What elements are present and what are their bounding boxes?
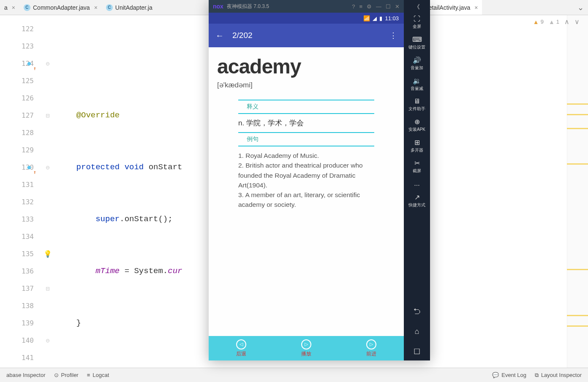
inspection-summary: ▲9 ▲1 ∧ ∨ xyxy=(533,18,580,26)
line-number: 126 xyxy=(0,89,34,107)
line-number: 140 xyxy=(0,332,34,349)
help-icon[interactable]: ? xyxy=(352,3,355,10)
line-number: 135 xyxy=(0,245,34,263)
fold-toggle-icon[interactable]: ⊖ xyxy=(42,55,53,72)
line-number: 123 xyxy=(0,38,34,55)
next-highlight-icon[interactable]: ∨ xyxy=(574,18,580,26)
prev-icon: ◁ xyxy=(236,339,246,349)
layout-inspector-tool[interactable]: ⧉Layout Inspector xyxy=(535,372,582,379)
file-helper-button[interactable]: 🖥文件助手 xyxy=(404,96,430,114)
screenshot-button[interactable]: ✂截屏 xyxy=(404,157,430,176)
sidebar-collapse-icon[interactable]: 《 xyxy=(414,3,420,11)
app-toolbar: ← 2/202 ⋮ xyxy=(209,24,404,47)
examples-header: 例句 xyxy=(217,133,395,146)
settings-icon[interactable]: ⚙ xyxy=(367,3,372,10)
shortcut-button[interactable]: ↗快捷方式 xyxy=(404,192,430,210)
emulator-sidebar: 《 ⛶全屏 ⌨键位设置 🔊音量加 🔉音量减 🖥文件助手 ⊕安装APK ⊞多开器 … xyxy=(404,0,430,360)
playback-footer: ◁后退 ▷播放 ▷前进 xyxy=(209,336,404,360)
fullscreen-button[interactable]: ⛶全屏 xyxy=(404,14,430,31)
line-number: 127 xyxy=(0,107,34,124)
line-number: 133 xyxy=(0,211,34,228)
word-detail-view: academy [ə'kædəmi] 释义 n. 学院，学术，学会 例句 1. … xyxy=(209,47,404,336)
intention-bulb-icon[interactable]: 💡 xyxy=(44,250,52,258)
line-number: 134 xyxy=(0,228,34,245)
prev-button[interactable]: ◁后退 xyxy=(209,336,274,360)
line-number: 132 xyxy=(0,193,34,211)
fold-toggle-icon[interactable]: ⊖ xyxy=(42,332,53,349)
next-icon: ▷ xyxy=(366,339,376,349)
profiler-icon: ⊙ xyxy=(54,372,59,378)
line-number: 129 xyxy=(0,141,34,159)
override-marker-icon[interactable] xyxy=(26,165,32,171)
more-button[interactable]: ... xyxy=(404,178,430,189)
logcat-icon: ≡ xyxy=(87,372,90,378)
android-home-icon[interactable]: ⌂ xyxy=(415,323,419,340)
play-button[interactable]: ▷播放 xyxy=(274,336,339,360)
close-icon[interactable]: × xyxy=(12,4,15,11)
overflow-menu-icon[interactable]: ⋮ xyxy=(389,31,397,40)
maximize-icon[interactable]: ☐ xyxy=(386,3,391,10)
event-log-tool[interactable]: 💬Event Log xyxy=(492,372,526,379)
definition-header: 释义 xyxy=(217,100,395,113)
tab-partial-a[interactable]: a× xyxy=(0,0,19,15)
event-log-icon: 💬 xyxy=(492,372,499,378)
file-icon: 🖥 xyxy=(414,98,420,105)
android-back-icon[interactable]: ⮌ xyxy=(413,303,421,320)
definition-text: n. 学院，学术，学会 xyxy=(217,114,395,132)
android-recents-icon[interactable]: ☐ xyxy=(414,343,420,360)
prev-highlight-icon[interactable]: ∧ xyxy=(564,18,569,26)
logcat-tool[interactable]: ≡Logcat xyxy=(87,372,109,378)
database-inspector-tool[interactable]: abase Inspector xyxy=(6,372,46,378)
fullscreen-icon: ⛶ xyxy=(414,15,420,23)
examples-text: 1. Royal Academy of Music. 2. British ac… xyxy=(217,146,395,214)
close-icon[interactable]: × xyxy=(94,4,98,11)
fold-close-icon[interactable]: ⊟ xyxy=(42,107,53,124)
status-time: 11:03 xyxy=(385,15,399,22)
minimize-icon[interactable]: — xyxy=(376,3,381,10)
close-icon[interactable]: ✕ xyxy=(395,3,400,10)
scissors-icon: ✂ xyxy=(414,159,420,167)
tab-unitadapter[interactable]: CUnitAdapter.ja xyxy=(102,0,157,15)
line-number: 122 xyxy=(0,20,34,38)
keymap-button[interactable]: ⌨键位设置 xyxy=(404,34,430,52)
tab-commonadapter[interactable]: CCommonAdapter.java× xyxy=(19,0,102,15)
wifi-icon: 📶 xyxy=(363,15,370,22)
emulator-title-bar[interactable]: nox 夜神模拟器 7.0.3.5 ? ≡ ⚙ — ☐ ✕ xyxy=(209,0,404,13)
warnings-yellow[interactable]: ▲9 xyxy=(533,19,544,25)
signal-icon: ◢ xyxy=(373,15,377,22)
warnings-gray[interactable]: ▲1 xyxy=(549,19,559,25)
shortcut-icon: ↗ xyxy=(414,193,420,201)
volume-up-button[interactable]: 🔊音量加 xyxy=(404,54,430,73)
multi-instance-button[interactable]: ⊞多开器 xyxy=(404,137,430,155)
multi-icon: ⊞ xyxy=(414,138,420,146)
line-number: 130 xyxy=(0,159,34,176)
error-stripe[interactable] xyxy=(567,15,588,368)
fold-gutter: ⊖ ⊟ ⊖ 💡 ⊟ ⊖ xyxy=(42,15,53,368)
next-button[interactable]: ▷前进 xyxy=(339,336,404,360)
line-number: 136 xyxy=(0,263,34,280)
menu-icon[interactable]: ≡ xyxy=(359,3,362,10)
tabs-overflow-chevron[interactable]: ⌄ xyxy=(573,3,588,12)
line-number: 137 xyxy=(0,280,34,297)
profiler-tool[interactable]: ⊙Profiler xyxy=(54,372,79,378)
fold-close-icon[interactable]: ⊟ xyxy=(42,280,53,297)
android-status-bar: 📶 ◢ ▮ 11:03 xyxy=(209,13,404,24)
line-number: 131 xyxy=(0,176,34,193)
line-number: 124 xyxy=(0,55,34,72)
fold-toggle-icon[interactable]: ⊖ xyxy=(42,159,53,176)
line-number: 138 xyxy=(0,297,34,314)
close-icon[interactable]: × xyxy=(474,4,478,11)
java-class-icon: C xyxy=(106,4,113,11)
line-number: 139 xyxy=(0,314,34,332)
volume-down-button[interactable]: 🔉音量减 xyxy=(404,75,430,93)
keyboard-icon: ⌨ xyxy=(412,35,422,43)
apk-icon: ⊕ xyxy=(414,118,420,126)
weak-warning-icon: ▲ xyxy=(549,19,555,25)
override-marker-icon[interactable] xyxy=(26,61,32,67)
install-apk-button[interactable]: ⊕安装APK xyxy=(404,116,430,134)
back-arrow-icon[interactable]: ← xyxy=(215,31,224,41)
nox-emulator-window: nox 夜神模拟器 7.0.3.5 ? ≡ ⚙ — ☐ ✕ 📶 ◢ ▮ 11:0… xyxy=(209,0,430,360)
line-number-gutter[interactable]: 122 123 124 125 126 127 128 129 130 131 … xyxy=(0,15,42,368)
toolbar-title: 2/202 xyxy=(232,31,253,40)
java-class-icon: C xyxy=(24,4,30,11)
